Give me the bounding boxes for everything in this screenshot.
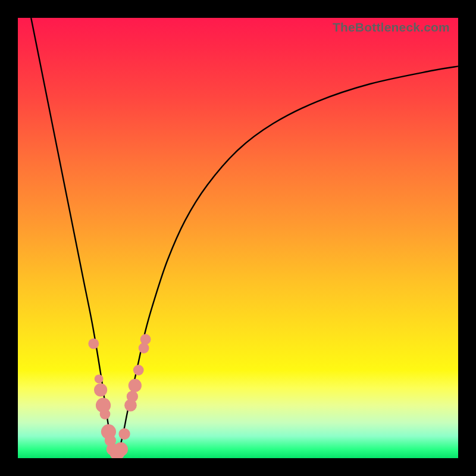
bead bbox=[114, 442, 128, 456]
bead bbox=[129, 379, 142, 392]
bead bbox=[127, 391, 138, 402]
bead bbox=[118, 428, 130, 440]
bead bbox=[133, 365, 144, 375]
bead bbox=[139, 343, 149, 353]
bead bbox=[94, 383, 107, 396]
chart-frame: TheBottleneck.com bbox=[0, 0, 476, 476]
bead bbox=[140, 334, 151, 345]
bottleneck-curve bbox=[18, 18, 458, 458]
bead bbox=[100, 409, 111, 419]
plot-area: TheBottleneck.com bbox=[18, 18, 458, 458]
bead bbox=[88, 339, 99, 349]
bead bbox=[95, 374, 104, 383]
